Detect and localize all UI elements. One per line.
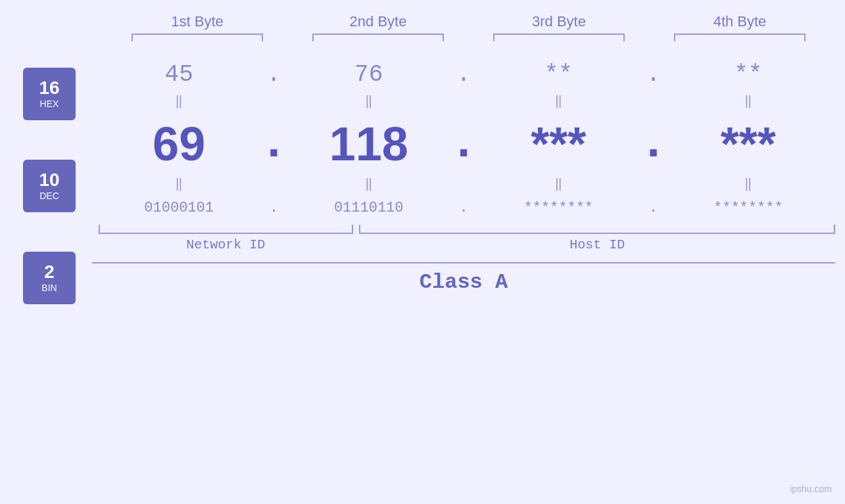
dec-badge-name: DEC <box>39 191 59 201</box>
eq1-b3: ‖ <box>479 93 637 109</box>
bin-byte4: ******** <box>669 200 827 216</box>
eq1-b4: ‖ <box>669 93 827 109</box>
labels-column: 16 HEX 10 DEC 2 BIN <box>0 55 92 304</box>
hex-values-row: 45 . 76 . ** . ** <box>92 61 835 88</box>
bin-values-row: 01000101 . 01110110 . ******** . <box>92 200 835 216</box>
dec-byte2: 118 <box>290 117 448 171</box>
bin-byte2: 01110110 <box>290 200 448 216</box>
bin-badge: 2 BIN <box>23 252 76 304</box>
bracket-byte3 <box>493 34 625 41</box>
id-labels-row: Network ID Host ID <box>92 237 835 252</box>
hex-dot1: . <box>260 61 287 88</box>
network-id-label: Network ID <box>99 237 353 252</box>
eq2-b2: ‖ <box>290 175 448 192</box>
bottom-brackets <box>92 225 835 234</box>
content-area: 16 HEX 10 DEC 2 BIN 45 . <box>0 55 845 304</box>
bin-byte3: ******** <box>479 200 637 216</box>
dec-byte3: *** <box>479 117 637 171</box>
bracket-byte1 <box>132 34 263 41</box>
dec-badge: 10 DEC <box>23 160 76 212</box>
bin-dot2: . <box>450 200 477 216</box>
dec-dot3: . <box>640 117 667 171</box>
dec-dot1: . <box>260 117 287 171</box>
bin-byte1: 01000101 <box>100 200 258 216</box>
bin-dot1: . <box>260 200 287 216</box>
hex-byte2: 76 <box>290 61 448 88</box>
hex-badge-name: HEX <box>40 99 59 109</box>
top-brackets <box>107 34 831 41</box>
hex-byte3: ** <box>479 61 637 88</box>
main-container: 1st Byte 2nd Byte 3rd Byte 4th Byte 16 H… <box>0 0 845 504</box>
byte1-header: 1st Byte <box>118 13 276 30</box>
host-bracket <box>359 225 835 234</box>
equals-row-2: ‖ ‖ ‖ ‖ <box>92 175 835 192</box>
watermark: ipshu.com <box>790 484 832 494</box>
hex-byte1: 45 <box>100 61 258 88</box>
dec-badge-num: 10 <box>39 171 59 189</box>
bin-dot3: . <box>640 200 667 216</box>
hex-badge-num: 16 <box>39 79 59 97</box>
bracket-byte2 <box>312 34 444 41</box>
data-area: 45 . 76 . ** . ** <box>92 55 845 294</box>
eq2-b1: ‖ <box>100 175 258 192</box>
eq1-b1: ‖ <box>100 93 258 109</box>
byte4-header: 4th Byte <box>661 13 819 30</box>
equals-row-1: ‖ ‖ ‖ ‖ <box>92 93 835 109</box>
bin-badge-name: BIN <box>41 283 57 293</box>
class-row: Class A <box>92 262 835 294</box>
hex-badge: 16 HEX <box>23 68 76 120</box>
bottom-area: Network ID Host ID <box>92 225 835 252</box>
dec-dot2: . <box>450 117 477 171</box>
dec-byte1: 69 <box>100 117 258 171</box>
hex-dot2: . <box>450 61 477 88</box>
byte3-header: 3rd Byte <box>480 13 638 30</box>
eq2-b4: ‖ <box>669 175 827 192</box>
dec-byte4: *** <box>669 117 827 171</box>
dec-values-row: 69 . 118 . *** . *** <box>92 117 835 171</box>
bin-badge-num: 2 <box>44 263 55 281</box>
network-bracket <box>99 225 353 234</box>
eq2-b3: ‖ <box>479 175 637 192</box>
bracket-byte4 <box>674 34 806 41</box>
byte-headers: 1st Byte 2nd Byte 3rd Byte 4th Byte <box>107 13 831 30</box>
hex-dot3: . <box>640 61 667 88</box>
host-id-label: Host ID <box>359 237 835 252</box>
byte2-header: 2nd Byte <box>299 13 457 30</box>
eq1-b2: ‖ <box>290 93 448 109</box>
hex-byte4: ** <box>669 61 827 88</box>
class-label: Class A <box>420 270 508 294</box>
